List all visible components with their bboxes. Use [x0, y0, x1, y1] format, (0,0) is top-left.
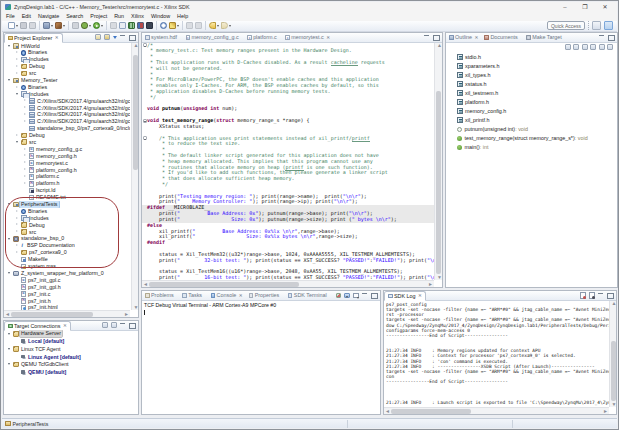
menu-item[interactable]: Edit [22, 13, 31, 19]
minimize-view-icon[interactable] [362, 293, 368, 298]
twistie-icon[interactable] [23, 99, 28, 104]
maximize-view-icon[interactable] [607, 293, 613, 298]
twistie-icon[interactable] [15, 229, 20, 234]
cpp-perspective-icon[interactable] [604, 21, 613, 30]
run-icon[interactable] [93, 22, 103, 29]
fold-marker-icon[interactable] [143, 55, 147, 59]
fold-marker-icon[interactable] [143, 148, 147, 152]
scroll-right-icon[interactable] [428, 282, 433, 287]
tree-item[interactable]: ps7_init_gpl.c [4, 277, 130, 284]
minimize-view-icon[interactable] [599, 35, 605, 40]
maximize-view-icon[interactable] [129, 323, 135, 328]
scroll-down-icon[interactable] [134, 305, 139, 310]
twistie-icon[interactable] [7, 362, 12, 367]
minimize-view-icon[interactable] [120, 35, 126, 40]
fold-marker-icon[interactable] [143, 49, 147, 53]
tree-item[interactable]: platform.c [4, 173, 130, 180]
twistie-icon[interactable] [15, 257, 20, 262]
close-view-icon[interactable]: ✕ [418, 293, 422, 298]
tree-item[interactable]: Memory_Tester [4, 77, 130, 84]
open-perspective-icon[interactable] [592, 21, 601, 30]
fold-marker-icon[interactable] [143, 136, 147, 140]
minimize-window-icon[interactable]: – [560, 3, 570, 11]
tree-item[interactable]: memory_config.h [4, 153, 130, 160]
scroll-down-icon[interactable] [437, 275, 442, 280]
twistie-icon[interactable] [23, 195, 28, 200]
fold-marker-icon[interactable] [143, 61, 147, 65]
undo-icon[interactable] [186, 22, 193, 29]
tree-item[interactable]: platform.h [4, 180, 130, 187]
fold-marker-icon[interactable] [143, 165, 147, 169]
tree-item[interactable]: C:/Xilinx/SDK/2017.4/gnu/aarch32/nt/gcc-… [4, 111, 130, 118]
hide-non-public-icon[interactable] [599, 44, 605, 50]
close-view-icon[interactable]: ✕ [55, 35, 59, 40]
minimize-view-icon[interactable] [424, 35, 430, 40]
profile-icon[interactable] [72, 22, 79, 29]
fold-marker-icon[interactable] [143, 235, 147, 239]
scrollbar-thumb[interactable] [611, 341, 616, 402]
hide-static-icon[interactable] [590, 44, 596, 50]
tree-item[interactable]: PeripheralTests [4, 201, 130, 208]
tree-item[interactable]: Linux TCF Agent [4, 345, 138, 353]
tree-item[interactable]: Includes [4, 91, 130, 98]
hide-fields-icon[interactable] [582, 44, 588, 50]
twistie-icon[interactable] [23, 105, 28, 110]
view-menu-icon[interactable] [113, 36, 117, 39]
tree-item[interactable]: C:/Xilinx/SDK/2017.4/gnu/aarch32/nt/gcc-… [4, 105, 130, 112]
tree-item[interactable]: Hardware Server [4, 330, 138, 338]
explorer-vscrollbar[interactable] [131, 43, 138, 311]
scrollbar-thumb[interactable] [391, 409, 471, 414]
quick-access-button[interactable]: Quick Access [547, 21, 585, 30]
fold-marker-icon[interactable] [143, 264, 147, 268]
tree-item[interactable]: platform_config.h [4, 167, 130, 174]
clear-log-icon[interactable] [580, 292, 586, 299]
tree-item[interactable]: src [4, 229, 130, 236]
build-all-icon[interactable] [55, 22, 65, 29]
fold-marker-icon[interactable] [143, 223, 147, 227]
twistie-icon[interactable] [15, 298, 20, 303]
tab-project-explorer[interactable]: Project Explorer ✕ [4, 33, 63, 43]
fold-marker-icon[interactable] [143, 212, 147, 216]
tree-item[interactable]: C:/Xilinx/SDK/2017.4/gnu/aarch32/nt/gcc-… [4, 98, 130, 105]
console-tab[interactable]: Problems [142, 291, 179, 300]
console-tab[interactable]: Properties [246, 291, 285, 300]
fold-marker-icon[interactable] [143, 96, 147, 100]
fold-marker-icon[interactable] [143, 229, 147, 233]
tree-item[interactable]: memory_config_g.c [4, 146, 130, 153]
fold-marker-icon[interactable] [143, 43, 147, 47]
scroll-up-icon[interactable] [612, 301, 617, 306]
new-wizard-icon[interactable] [8, 22, 18, 29]
fold-marker-icon[interactable] [143, 218, 147, 222]
code-editor[interactable]: /* * memory_test.c: Test memory ranges p… [142, 43, 434, 281]
scroll-up-icon[interactable] [134, 43, 139, 48]
tree-item[interactable]: QEMU [default] [4, 368, 138, 376]
twistie-icon[interactable] [23, 147, 28, 152]
twistie-icon[interactable] [23, 161, 28, 166]
twistie-icon[interactable] [15, 92, 20, 97]
tree-item[interactable]: ps7_init_gpl.h [4, 284, 130, 291]
save-all-icon[interactable] [29, 22, 36, 29]
twistie-icon[interactable] [7, 78, 12, 83]
open-console-icon[interactable] [353, 293, 359, 298]
console-tab[interactable]: SDK Terminal [285, 291, 332, 300]
tree-item[interactable]: Binaries [4, 49, 130, 56]
maximize-view-icon[interactable] [129, 35, 135, 40]
close-view-icon[interactable]: ✕ [239, 293, 243, 298]
twistie-icon[interactable] [15, 133, 20, 138]
tree-item[interactable]: ps7_init.c [4, 291, 130, 298]
outline-item[interactable]: xil_printf.h [446, 116, 617, 125]
tree-item[interactable]: memorytest.c [4, 160, 130, 167]
twistie-icon[interactable] [7, 236, 12, 241]
scroll-left-icon[interactable] [5, 312, 10, 317]
tree-item[interactable]: ps7_cortexa9_0 [4, 249, 130, 256]
tree-item[interactable]: standalone_bsp_0 [4, 235, 130, 242]
collapse-all-icon[interactable] [95, 34, 101, 40]
tab-sdk-log[interactable]: SDK Log ✕ [384, 291, 426, 301]
minimize-view-icon[interactable] [120, 323, 126, 328]
scroll-right-icon[interactable] [124, 312, 129, 317]
terminal-icon[interactable] [146, 22, 153, 29]
editor-tab[interactable]: system.hdf [142, 33, 183, 42]
fold-marker-icon[interactable] [143, 84, 147, 88]
redo-icon[interactable] [195, 22, 202, 29]
editor-tab[interactable]: memorytest.c ✕ [282, 33, 333, 42]
